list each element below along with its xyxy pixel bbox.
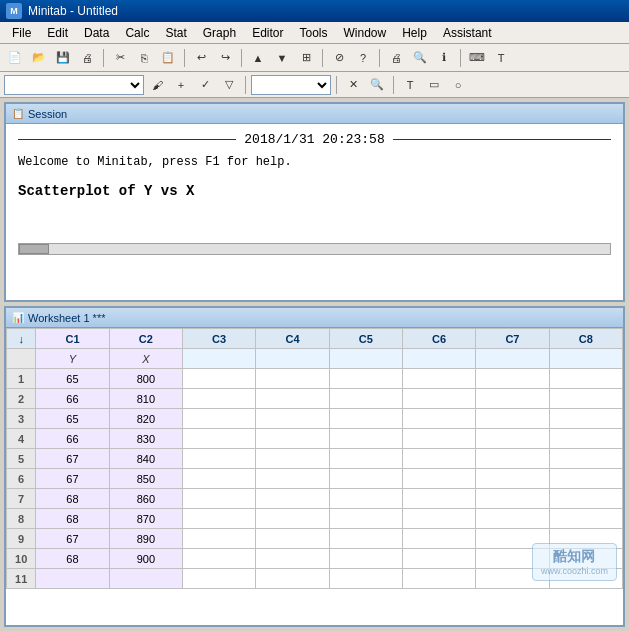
cell-c1[interactable]: 67 bbox=[36, 529, 109, 549]
col-c4-name[interactable] bbox=[256, 349, 329, 369]
cell-c7[interactable] bbox=[476, 449, 549, 469]
cell-c4[interactable] bbox=[256, 389, 329, 409]
cell-c4[interactable] bbox=[256, 489, 329, 509]
cell-c3[interactable] bbox=[182, 429, 255, 449]
check-button[interactable]: ✓ bbox=[194, 74, 216, 96]
cell-c6[interactable] bbox=[402, 409, 475, 429]
stop-button[interactable]: ⊘ bbox=[328, 47, 350, 69]
cell-c8[interactable] bbox=[549, 569, 622, 589]
info-button[interactable]: ℹ bbox=[433, 47, 455, 69]
cell-c2[interactable]: 830 bbox=[109, 429, 182, 449]
cell-c8[interactable] bbox=[549, 469, 622, 489]
print-button[interactable]: 🖨 bbox=[76, 47, 98, 69]
cell-c3[interactable] bbox=[182, 549, 255, 569]
undo-button[interactable]: ↩ bbox=[190, 47, 212, 69]
cell-c2[interactable]: 820 bbox=[109, 409, 182, 429]
col-c5-name[interactable] bbox=[329, 349, 402, 369]
cell-c1[interactable] bbox=[36, 569, 109, 589]
cell-c8[interactable] bbox=[549, 549, 622, 569]
cell-c2[interactable]: 900 bbox=[109, 549, 182, 569]
cell-c2[interactable]: 860 bbox=[109, 489, 182, 509]
superscript-button[interactable]: T bbox=[490, 47, 512, 69]
cell-c4[interactable] bbox=[256, 369, 329, 389]
help-button[interactable]: ? bbox=[352, 47, 374, 69]
cell-c5[interactable] bbox=[329, 449, 402, 469]
menu-data[interactable]: Data bbox=[76, 22, 117, 43]
cell-c8[interactable] bbox=[549, 529, 622, 549]
cell-c6[interactable] bbox=[402, 509, 475, 529]
preview-button[interactable]: 🔍 bbox=[409, 47, 431, 69]
cell-c2[interactable]: 850 bbox=[109, 469, 182, 489]
copy-button[interactable]: ⎘ bbox=[133, 47, 155, 69]
cell-c1[interactable]: 68 bbox=[36, 489, 109, 509]
col-c8-name[interactable] bbox=[549, 349, 622, 369]
cell-c6[interactable] bbox=[402, 569, 475, 589]
cell-c2[interactable] bbox=[109, 569, 182, 589]
col-c7-header[interactable]: C7 bbox=[476, 329, 549, 349]
cell-c3[interactable] bbox=[182, 449, 255, 469]
cell-c7[interactable] bbox=[476, 409, 549, 429]
menu-calc[interactable]: Calc bbox=[117, 22, 157, 43]
cell-c3[interactable] bbox=[182, 529, 255, 549]
cell-c3[interactable] bbox=[182, 569, 255, 589]
down-button[interactable]: ▼ bbox=[271, 47, 293, 69]
cell-c6[interactable] bbox=[402, 469, 475, 489]
cell-c4[interactable] bbox=[256, 469, 329, 489]
menu-graph[interactable]: Graph bbox=[195, 22, 244, 43]
cell-c5[interactable] bbox=[329, 489, 402, 509]
col-c2-header[interactable]: C2 bbox=[109, 329, 182, 349]
col-c8-header[interactable]: C8 bbox=[549, 329, 622, 349]
cell-c4[interactable] bbox=[256, 549, 329, 569]
cell-c4[interactable] bbox=[256, 529, 329, 549]
redo-button[interactable]: ↪ bbox=[214, 47, 236, 69]
cell-c4[interactable] bbox=[256, 569, 329, 589]
cell-c2[interactable]: 810 bbox=[109, 389, 182, 409]
cell-c7[interactable] bbox=[476, 569, 549, 589]
brush-button[interactable]: 🖌 bbox=[146, 74, 168, 96]
cell-c1[interactable]: 65 bbox=[36, 409, 109, 429]
cell-c7[interactable] bbox=[476, 469, 549, 489]
cell-c7[interactable] bbox=[476, 529, 549, 549]
cell-c6[interactable] bbox=[402, 549, 475, 569]
cell-c3[interactable] bbox=[182, 369, 255, 389]
font-selector[interactable] bbox=[4, 75, 144, 95]
cell-c4[interactable] bbox=[256, 429, 329, 449]
cell-c2[interactable]: 870 bbox=[109, 509, 182, 529]
cell-c5[interactable] bbox=[329, 529, 402, 549]
cell-c2[interactable]: 800 bbox=[109, 369, 182, 389]
cell-c7[interactable] bbox=[476, 389, 549, 409]
cell-c6[interactable] bbox=[402, 429, 475, 449]
cell-c4[interactable] bbox=[256, 449, 329, 469]
col-c4-header[interactable]: C4 bbox=[256, 329, 329, 349]
cell-c8[interactable] bbox=[549, 509, 622, 529]
col-c7-name[interactable] bbox=[476, 349, 549, 369]
save-button[interactable]: 💾 bbox=[52, 47, 74, 69]
cell-c1[interactable]: 67 bbox=[36, 449, 109, 469]
menu-assistant[interactable]: Assistant bbox=[435, 22, 500, 43]
cell-c6[interactable] bbox=[402, 369, 475, 389]
menu-file[interactable]: File bbox=[4, 22, 39, 43]
cell-c5[interactable] bbox=[329, 429, 402, 449]
col-c1-header[interactable]: C1 bbox=[36, 329, 109, 349]
cell-c5[interactable] bbox=[329, 509, 402, 529]
cell-c3[interactable] bbox=[182, 469, 255, 489]
col-c3-name[interactable] bbox=[182, 349, 255, 369]
paste-button[interactable]: 📋 bbox=[157, 47, 179, 69]
filter-button[interactable]: ▽ bbox=[218, 74, 240, 96]
cell-c7[interactable] bbox=[476, 549, 549, 569]
col-y-name[interactable]: Y bbox=[36, 349, 109, 369]
cell-c5[interactable] bbox=[329, 549, 402, 569]
menu-help[interactable]: Help bbox=[394, 22, 435, 43]
cell-c1[interactable]: 68 bbox=[36, 549, 109, 569]
cell-c8[interactable] bbox=[549, 429, 622, 449]
style-selector[interactable] bbox=[251, 75, 331, 95]
cell-c8[interactable] bbox=[549, 449, 622, 469]
cell-c5[interactable] bbox=[329, 409, 402, 429]
col-c5-header[interactable]: C5 bbox=[329, 329, 402, 349]
cell-c4[interactable] bbox=[256, 409, 329, 429]
cell-c8[interactable] bbox=[549, 489, 622, 509]
cell-c3[interactable] bbox=[182, 489, 255, 509]
cell-c8[interactable] bbox=[549, 409, 622, 429]
menu-window[interactable]: Window bbox=[336, 22, 395, 43]
cell-c7[interactable] bbox=[476, 489, 549, 509]
